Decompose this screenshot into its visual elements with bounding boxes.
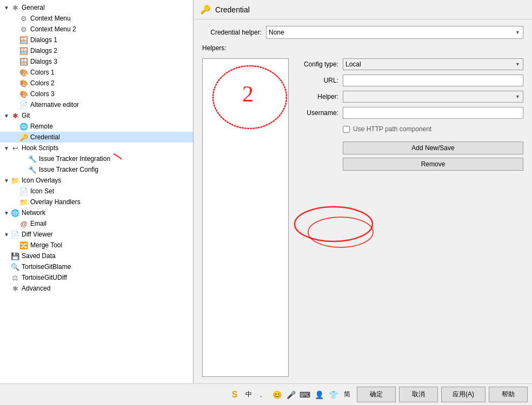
- sidebar-item-colors-2[interactable]: 🎨Colors 2: [0, 78, 193, 89]
- expander-general: ▼: [2, 5, 11, 11]
- label-icon-set: Icon Set: [30, 187, 54, 195]
- sidebar-item-network[interactable]: ▼🌐Network: [0, 207, 193, 218]
- action-buttons: Add New/Save Remove: [343, 141, 523, 171]
- taskbar-icon-user[interactable]: 👤: [312, 388, 325, 401]
- taskbar-icon-keyboard[interactable]: ⌨: [298, 388, 311, 401]
- helpers-form: Config type: LocalGlobalSystem URL:: [295, 58, 523, 377]
- sidebar-item-icon-set[interactable]: 📄Icon Set: [0, 186, 193, 197]
- sidebar-item-issue-tracker-integration[interactable]: 🔧Issue Tracker Integration: [0, 153, 193, 164]
- icon-dialogs-3: 🪟: [19, 57, 28, 66]
- taskbar-icon-comma: 、: [256, 388, 269, 401]
- sidebar-item-issue-tracker-config[interactable]: 🔧Issue Tracker Config: [0, 164, 193, 175]
- expander-hook-scripts: ▼: [2, 145, 11, 151]
- label-dialogs-2: Dialogs 2: [30, 47, 57, 55]
- label-git: Git: [22, 112, 30, 119]
- icon-issue-tracker-integration: 🔧: [28, 154, 37, 163]
- help-button[interactable]: 帮助: [489, 387, 528, 402]
- sidebar-item-dialogs-1[interactable]: 🪟Dialogs 1: [0, 35, 193, 45]
- url-row: URL:: [295, 75, 523, 86]
- sidebar-item-hook-scripts[interactable]: ▼↩Hook Scripts: [0, 143, 193, 153]
- icon-colors-2: 🎨: [19, 79, 28, 87]
- label-colors-3: Colors 3: [30, 90, 55, 98]
- icon-tortoise-git-udiff: ⚖: [11, 273, 19, 282]
- config-type-select[interactable]: LocalGlobalSystem: [343, 58, 523, 70]
- icon-merge-tool: 🔀: [19, 241, 28, 249]
- label-network: Network: [22, 209, 45, 217]
- add-new-save-button[interactable]: Add New/Save: [343, 141, 523, 154]
- icon-credential: 🔑: [19, 133, 28, 141]
- sidebar-item-email[interactable]: @Email: [0, 218, 193, 229]
- label-alternative-editor: Alternative editor: [30, 101, 79, 109]
- sidebar-item-colors-3[interactable]: 🎨Colors 3: [0, 89, 193, 99]
- username-input[interactable]: [343, 107, 523, 119]
- sidebar-item-context-menu-2[interactable]: ⚙Context Menu 2: [0, 24, 193, 35]
- helpers-label: Helpers:: [202, 44, 523, 52]
- sidebar-item-saved-data[interactable]: 💾Saved Data: [0, 251, 193, 261]
- use-http-row: Use HTTP path component: [343, 125, 523, 133]
- sidebar-item-alternative-editor[interactable]: 📄Alternative editor: [0, 99, 193, 110]
- sidebar-item-git[interactable]: ▼✱Git: [0, 110, 193, 121]
- sidebar-item-general[interactable]: ▼✱General: [0, 2, 193, 13]
- icon-hook-scripts: ↩: [11, 144, 19, 152]
- taskbar-icon-mic[interactable]: 🎤: [284, 388, 297, 401]
- helper-row: Helper: managerstorecache: [295, 91, 523, 103]
- content-area: ▼✱General⚙Context Menu⚙Context Menu 2🪟Di…: [0, 0, 532, 383]
- icon-colors-1: 🎨: [19, 68, 28, 77]
- helper-select-wrapper: managerstorecache: [343, 91, 523, 103]
- url-label: URL:: [295, 77, 338, 84]
- icon-context-menu: ⚙: [19, 14, 28, 23]
- bottom-bar: S 中 、 😊 🎤 ⌨ 👤 👕 简 确定 取消 应用(A) 帮助: [0, 383, 532, 405]
- label-context-menu: Context Menu: [30, 15, 71, 22]
- cancel-button[interactable]: 取消: [399, 387, 438, 402]
- icon-diff-viewer: 📄: [11, 230, 19, 239]
- ok-button[interactable]: 确定: [357, 387, 396, 402]
- expander-git: ▼: [2, 113, 11, 119]
- expander-network: ▼: [2, 210, 11, 216]
- icon-tortoise-git-blame: 🔍: [11, 262, 19, 271]
- panel-title-bar: 🔑 Credential: [194, 0, 532, 19]
- icon-dialogs-2: 🪟: [19, 46, 28, 55]
- apply-button[interactable]: 应用(A): [441, 387, 486, 402]
- sidebar-item-credential[interactable]: 🔑Credential: [0, 132, 193, 143]
- icon-remote: 🌐: [19, 122, 28, 131]
- label-colors-1: Colors 1: [30, 69, 55, 76]
- label-icon-overlays: Icon Overlays: [22, 177, 61, 184]
- sidebar-item-icon-overlays[interactable]: ▼📁Icon Overlays: [0, 175, 193, 186]
- label-diff-viewer: Diff Viewer: [22, 231, 53, 238]
- sidebar-item-context-menu[interactable]: ⚙Context Menu: [0, 13, 193, 24]
- sidebar-item-advanced[interactable]: ✱Advanced: [0, 283, 193, 294]
- sidebar-item-merge-tool[interactable]: 🔀Merge Tool: [0, 240, 193, 251]
- helper-label: Helper:: [295, 93, 338, 100]
- sidebar-item-tortoise-git-udiff[interactable]: ⚖TortoiseGitUDiff: [0, 272, 193, 283]
- sidebar-item-diff-viewer[interactable]: ▼📄Diff Viewer: [0, 229, 193, 240]
- credential-helper-select[interactable]: Nonemanagerstorecache: [266, 26, 523, 39]
- panel-body: Credential helper: Nonemanagerstorecache…: [194, 19, 532, 383]
- label-remote: Remote: [30, 123, 53, 130]
- helper-select[interactable]: managerstorecache: [343, 91, 523, 103]
- panel-title-text: Credential: [215, 5, 250, 14]
- taskbar-icon-emoji[interactable]: 😊: [270, 388, 283, 401]
- helpers-list-box[interactable]: [202, 58, 289, 377]
- label-hook-scripts: Hook Scripts: [22, 144, 58, 152]
- sidebar-item-tortoise-git-blame[interactable]: 🔍TortoiseGitBlame: [0, 261, 193, 272]
- icon-colors-3: 🎨: [19, 90, 28, 98]
- credential-helper-select-wrapper: Nonemanagerstorecache: [266, 26, 523, 39]
- config-type-row: Config type: LocalGlobalSystem: [295, 58, 523, 70]
- icon-dialogs-1: 🪟: [19, 36, 28, 44]
- remove-button[interactable]: Remove: [343, 158, 523, 171]
- sidebar-item-colors-1[interactable]: 🎨Colors 1: [0, 67, 193, 78]
- main-container: ▼✱General⚙Context Menu⚙Context Menu 2🪟Di…: [0, 0, 532, 405]
- label-issue-tracker-config: Issue Tracker Config: [39, 166, 98, 173]
- url-input[interactable]: [343, 75, 523, 86]
- use-http-label: Use HTTP path component: [353, 125, 431, 133]
- use-http-checkbox[interactable]: [343, 126, 350, 133]
- sidebar-item-dialogs-2[interactable]: 🪟Dialogs 2: [0, 45, 193, 56]
- sidebar-item-overlay-handlers[interactable]: 📁Overlay Handlers: [0, 197, 193, 207]
- sidebar-item-remote[interactable]: 🌐Remote: [0, 121, 193, 132]
- icon-network: 🌐: [11, 208, 19, 217]
- sidebar-item-dialogs-3[interactable]: 🪟Dialogs 3: [0, 56, 193, 67]
- taskbar-icon-zh[interactable]: 中: [242, 388, 255, 401]
- icon-general: ✱: [11, 3, 19, 12]
- taskbar-icon-shirt[interactable]: 👕: [327, 388, 340, 401]
- config-type-select-wrapper: LocalGlobalSystem: [343, 58, 523, 70]
